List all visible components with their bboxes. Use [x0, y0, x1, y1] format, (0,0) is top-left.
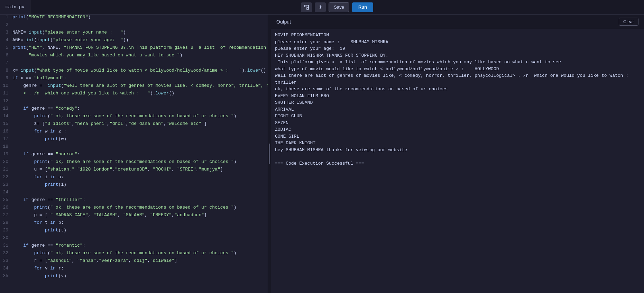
main-content: 1 print("MOVIE RECOMMENDATION") 2 3 NAME…	[0, 15, 644, 293]
run-button[interactable]: Run	[352, 2, 373, 12]
table-row: 1 print("MOVIE RECOMMENDATION")	[0, 15, 268, 22]
line-code: if genre == "horror":	[12, 152, 268, 159]
table-row: 30	[0, 235, 268, 243]
line-code: for v in r:	[12, 266, 268, 273]
table-row: 11 > . /n which one would you like to wa…	[0, 91, 268, 98]
table-row: 18	[0, 144, 268, 152]
line-number: 18	[0, 144, 12, 152]
clear-button[interactable]: Clear	[619, 18, 638, 26]
table-row: 12	[0, 98, 268, 106]
table-row: 33 r = ["aashqui", "fanaa","veer-zara","…	[0, 258, 268, 266]
table-row: 3 NAME= input("please enter your name : …	[0, 30, 268, 37]
line-number: 8	[0, 68, 12, 75]
table-row: 5 print("HEY", NAME, "THANKS FOR STOPPIN…	[0, 45, 268, 53]
line-code: print("HEY", NAME, "THANKS FOR STOPPING …	[12, 45, 268, 53]
line-number: 14	[0, 113, 12, 121]
line-code: if x == "bollywood":	[12, 75, 268, 83]
table-row: 25 if genre == "thriller":	[0, 197, 268, 205]
table-row: 4 AGE= int(input("please enter your age:…	[0, 37, 268, 45]
line-number: 4	[0, 37, 12, 45]
line-code: print(" ok, these are some of the recomm…	[12, 113, 268, 121]
table-row: 16 for w in z :	[0, 129, 268, 136]
line-code	[12, 190, 268, 197]
line-number: 2	[0, 22, 12, 30]
table-row: 15 z= ["3 idiots","hera pheri","dhol","d…	[0, 121, 268, 129]
table-row: 34 for v in r:	[0, 266, 268, 273]
line-number: 5	[0, 45, 12, 53]
theme-toggle-button[interactable]: ☀	[315, 2, 326, 12]
table-row: 28 for t in p:	[0, 220, 268, 228]
code-scrollbar[interactable]	[268, 15, 271, 293]
line-code: print(" ok, these are some of the recomm…	[12, 159, 268, 167]
table-row: 35 print(v)	[0, 273, 268, 281]
line-number: 31	[0, 243, 12, 250]
line-number: 19	[0, 152, 12, 159]
table-row: 17 print(w)	[0, 136, 268, 144]
line-number: 25	[0, 197, 12, 205]
table-row: 26 print(" ok, these are some of the rec…	[0, 205, 268, 212]
output-title: Output	[276, 19, 291, 25]
scrollbar-thumb	[269, 144, 270, 164]
line-number: 33	[0, 258, 12, 266]
line-number: 22	[0, 174, 12, 182]
line-code	[12, 98, 268, 106]
line-number: 7	[0, 60, 12, 68]
line-code	[12, 22, 268, 30]
line-number: 23	[0, 182, 12, 190]
line-code: if genre == "romantic":	[12, 243, 268, 250]
line-code: if genre == "thriller":	[12, 197, 268, 205]
table-row: 32 print(" ok, these are some of the rec…	[0, 250, 268, 258]
save-button[interactable]: Save	[329, 2, 349, 12]
line-number: 12	[0, 98, 12, 106]
line-number: 17	[0, 136, 12, 144]
line-code: if genre == "comedy":	[12, 106, 268, 113]
table-row: 13 if genre == "comedy":	[0, 106, 268, 113]
line-number: 11	[0, 91, 12, 98]
line-code: z= ["3 idiots","hera pheri","dhol","de d…	[12, 121, 268, 129]
line-number: 3	[0, 30, 12, 37]
expand-icon	[304, 5, 309, 10]
line-number: 34	[0, 266, 12, 273]
line-code: u = ["shaitan," "1920 london","creature3…	[12, 167, 268, 174]
line-number: 30	[0, 235, 12, 243]
line-code: print(t)	[12, 228, 268, 235]
table-row: 2	[0, 22, 268, 30]
line-number: 26	[0, 205, 12, 212]
output-content[interactable]: MOVIE RECOMMENDATION please enter your n…	[271, 29, 644, 293]
table-row: 24	[0, 190, 268, 197]
line-code: print(" ok, these are some of the recomm…	[12, 250, 268, 258]
table-row: 29 print(t)	[0, 228, 268, 235]
line-code: print(w)	[12, 136, 268, 144]
file-tab[interactable]: main.py	[0, 0, 30, 14]
table-row: 14 print(" ok, these are some of the rec…	[0, 113, 268, 121]
line-number: 28	[0, 220, 12, 228]
line-code	[12, 144, 268, 152]
line-code: x= input("what type of movie would like …	[12, 68, 268, 75]
table-row: 20 print(" ok, these are some of the rec…	[0, 159, 268, 167]
top-bar: main.py ☀ Save Run	[0, 0, 644, 15]
output-panel: Output Clear MOVIE RECOMMENDATION please…	[271, 15, 644, 293]
table-row: 27 p = [ " MADRAS CAFE", "TALAASH", "SAL…	[0, 212, 268, 220]
expand-icon-button[interactable]	[301, 2, 312, 12]
table-row: 7	[0, 60, 268, 68]
line-code: for t in p:	[12, 220, 268, 228]
tab-filename: main.py	[6, 4, 25, 10]
table-row: 6 "movies which you may like based on wh…	[0, 53, 268, 60]
line-code: print(i)	[12, 182, 268, 190]
line-number: 27	[0, 212, 12, 220]
line-code: AGE= int(input("please enter your age: "…	[12, 37, 268, 45]
line-number: 35	[0, 273, 12, 281]
line-number: 20	[0, 159, 12, 167]
svg-rect-1	[307, 8, 309, 9]
line-number: 10	[0, 83, 12, 91]
line-number: 32	[0, 250, 12, 258]
line-code: "movies which you may like based on what…	[12, 53, 268, 60]
table-row: 31 if genre == "romantic":	[0, 243, 268, 250]
line-number: 9	[0, 75, 12, 83]
code-panel[interactable]: 1 print("MOVIE RECOMMENDATION") 2 3 NAME…	[0, 15, 268, 293]
code-table: 1 print("MOVIE RECOMMENDATION") 2 3 NAME…	[0, 15, 268, 281]
line-number: 6	[0, 53, 12, 60]
table-row: 10 genre = input("well there are alot of…	[0, 83, 268, 91]
table-row: 8 x= input("what type of movie would lik…	[0, 68, 268, 75]
table-row: 22 for i in u:	[0, 174, 268, 182]
